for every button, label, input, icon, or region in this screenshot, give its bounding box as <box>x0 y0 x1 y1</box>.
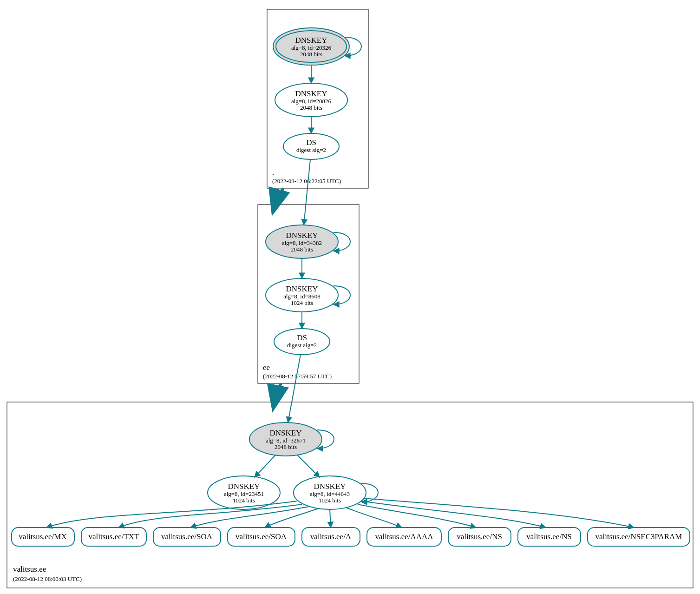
rrset-a: valitsus.ee/A <box>302 528 360 546</box>
svg-text:alg=8, id=32671: alg=8, id=32671 <box>266 437 306 444</box>
rrset-txt: valitsus.ee/TXT <box>81 528 146 546</box>
rrset-ns1: valitsus.ee/NS <box>448 528 511 546</box>
svg-text:valitsus.ee/SOA: valitsus.ee/SOA <box>236 532 287 541</box>
dnssec-graph: . (2022-08-12 06:22:05 UTC) DNSKEY alg=8… <box>0 0 700 594</box>
svg-text:2048 bits: 2048 bits <box>300 51 322 58</box>
node-ee-ksk: DNSKEY alg=8, id=34382 2048 bits <box>266 225 350 258</box>
rrset-mx: valitsus.ee/MX <box>12 528 74 546</box>
svg-text:valitsus.ee/A: valitsus.ee/A <box>310 532 352 541</box>
edge <box>297 455 320 477</box>
svg-text:digest alg=2: digest alg=2 <box>287 342 317 349</box>
svg-text:valitsus.ee/TXT: valitsus.ee/TXT <box>88 532 139 541</box>
zone-val-ts: (2022-08-12 08:00:03 UTC) <box>13 575 82 582</box>
node-ee-ds: DS digest alg=2 <box>274 329 330 355</box>
node-root-zsk: DNSKEY alg=8, id=20826 2048 bits <box>275 83 347 117</box>
node-root-ksk: DNSKEY alg=8, id=20326 2048 bits <box>273 28 361 65</box>
node-val-zsk2: DNSKEY alg=8, id=44643 1024 bits <box>294 476 378 509</box>
svg-text:DNSKEY: DNSKEY <box>286 231 318 240</box>
svg-text:1024 bits: 1024 bits <box>319 497 341 504</box>
zone-val-name: valitsus.ee <box>13 565 46 574</box>
node-ee-zsk: DNSKEY alg=8, id=8608 1024 bits <box>266 278 350 312</box>
svg-text:DNSKEY: DNSKEY <box>295 89 327 98</box>
svg-text:DNSKEY: DNSKEY <box>314 482 346 491</box>
rrset-ns2: valitsus.ee/NS <box>518 528 581 546</box>
svg-text:1024 bits: 1024 bits <box>233 497 255 504</box>
svg-text:valitsus.ee/MX: valitsus.ee/MX <box>19 532 66 541</box>
edge <box>304 159 310 225</box>
svg-text:valitsus.ee/NSEC3PARAM: valitsus.ee/NSEC3PARAM <box>595 532 682 541</box>
node-val-ksk: DNSKEY alg=8, id=32671 2048 bits <box>249 422 334 456</box>
edge-zone <box>274 188 283 208</box>
svg-text:2048 bits: 2048 bits <box>291 246 313 253</box>
svg-text:2048 bits: 2048 bits <box>300 104 322 111</box>
svg-line-56 <box>330 509 331 528</box>
svg-text:2048 bits: 2048 bits <box>275 443 297 450</box>
rrset-soa2: valitsus.ee/SOA <box>228 528 295 546</box>
zone-root-name: . <box>272 168 274 177</box>
svg-text:alg=8, id=34382: alg=8, id=34382 <box>282 239 322 246</box>
rrset-aaaa: valitsus.ee/AAAA <box>367 528 441 546</box>
svg-text:DNSKEY: DNSKEY <box>228 482 260 491</box>
svg-text:DS: DS <box>306 138 316 147</box>
rrset-soa1: valitsus.ee/SOA <box>153 528 221 546</box>
svg-text:1024 bits: 1024 bits <box>291 299 313 306</box>
svg-text:valitsus.ee/SOA: valitsus.ee/SOA <box>161 532 213 541</box>
svg-text:valitsus.ee/NS: valitsus.ee/NS <box>526 532 572 541</box>
svg-text:digest alg=2: digest alg=2 <box>296 146 326 153</box>
rrset-nsec3: valitsus.ee/NSEC3PARAM <box>588 528 690 546</box>
svg-text:alg=8, id=8608: alg=8, id=8608 <box>283 293 321 300</box>
svg-text:DNSKEY: DNSKEY <box>295 36 327 45</box>
svg-text:valitsus.ee/NS: valitsus.ee/NS <box>457 532 502 541</box>
svg-text:DNSKEY: DNSKEY <box>286 284 318 293</box>
edge <box>288 355 301 422</box>
svg-text:alg=8, id=20326: alg=8, id=20326 <box>291 44 332 51</box>
svg-text:alg=8, id=20826: alg=8, id=20826 <box>291 98 332 105</box>
svg-text:DS: DS <box>297 333 307 342</box>
zone-root-ts: (2022-08-12 06:22:05 UTC) <box>272 178 341 185</box>
node-root-ds: DS digest alg=2 <box>283 133 339 159</box>
svg-text:DNSKEY: DNSKEY <box>270 429 302 437</box>
edge <box>255 455 275 477</box>
zone-ee-name: ee <box>263 363 270 372</box>
svg-text:alg=8, id=44643: alg=8, id=44643 <box>310 490 350 497</box>
edge-zone <box>274 383 281 404</box>
svg-text:valitsus.ee/AAAA: valitsus.ee/AAAA <box>375 532 433 541</box>
svg-text:alg=8, id=23451: alg=8, id=23451 <box>224 490 264 497</box>
